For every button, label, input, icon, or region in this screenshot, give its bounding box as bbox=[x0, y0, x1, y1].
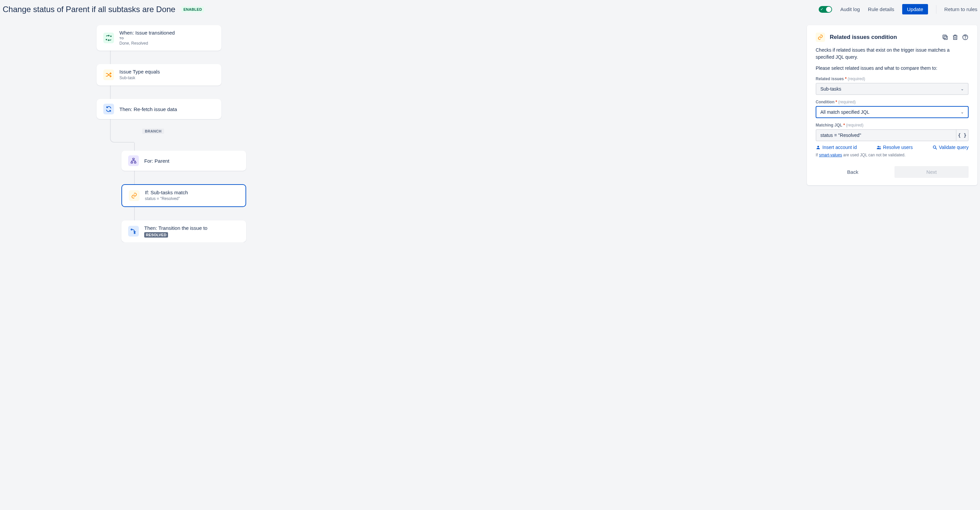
connector bbox=[110, 86, 111, 99]
back-button[interactable]: Back bbox=[816, 166, 890, 178]
transition-icon bbox=[103, 33, 114, 43]
audit-log-link[interactable]: Audit log bbox=[840, 6, 860, 12]
card-title: For: Parent bbox=[144, 158, 239, 164]
branch-connector: BRANCH bbox=[110, 119, 800, 143]
svg-point-10 bbox=[965, 38, 966, 39]
rule-card-subtasks-match[interactable]: If: Sub-tasks match status = "Resolved" bbox=[121, 184, 246, 207]
validate-query-link[interactable]: Validate query bbox=[932, 145, 969, 150]
related-issues-select[interactable]: Sub-tasks ⌄ bbox=[816, 83, 969, 95]
update-button[interactable]: Update bbox=[902, 4, 928, 14]
next-button: Next bbox=[894, 166, 969, 178]
rule-card-trigger[interactable]: When: Issue transitioned TO Done, Resolv… bbox=[97, 25, 221, 51]
shuffle-icon bbox=[103, 69, 114, 80]
connector bbox=[134, 171, 135, 184]
panel-description: Checks if related issues that exist on t… bbox=[816, 47, 969, 61]
rule-details-link[interactable]: Rule details bbox=[868, 6, 894, 12]
help-icon[interactable] bbox=[962, 34, 969, 41]
resolve-users-link[interactable]: Resolve users bbox=[877, 145, 913, 150]
status-lozenge: RESOLVED bbox=[144, 232, 168, 237]
card-title: Issue Type equals bbox=[119, 69, 215, 75]
connector bbox=[110, 51, 111, 64]
jql-input[interactable] bbox=[816, 129, 956, 141]
delete-icon[interactable] bbox=[952, 34, 959, 41]
refresh-icon bbox=[103, 104, 114, 115]
status-badge: ENABLED bbox=[181, 6, 204, 13]
link-icon bbox=[816, 33, 825, 42]
svg-point-1 bbox=[110, 36, 111, 37]
check-icon: ✓ bbox=[820, 7, 823, 11]
svg-rect-8 bbox=[943, 35, 946, 38]
connector bbox=[134, 143, 135, 151]
related-issues-label: Related issues * (required) bbox=[816, 76, 969, 81]
svg-point-12 bbox=[877, 146, 879, 147]
panel-prompt: Please select related issues and what to… bbox=[816, 65, 969, 72]
rule-enabled-toggle[interactable]: ✓ bbox=[819, 6, 832, 13]
card-sub-label: TO bbox=[119, 36, 215, 41]
card-title: Then: Transition the issue to bbox=[144, 225, 239, 231]
insert-account-id-link[interactable]: Insert account id bbox=[816, 145, 857, 150]
svg-point-11 bbox=[817, 146, 819, 147]
page-title: Change status of Parent if all subtasks … bbox=[3, 5, 175, 14]
rule-card-transition[interactable]: Then: Transition the issue to RESOLVED bbox=[121, 220, 246, 242]
svg-point-0 bbox=[106, 39, 107, 40]
rule-card-refetch[interactable]: Then: Re-fetch issue data bbox=[97, 99, 221, 119]
svg-point-14 bbox=[933, 146, 936, 148]
link-icon bbox=[129, 190, 140, 201]
card-sub-value: Sub-task bbox=[119, 75, 215, 81]
card-title: When: Issue transitioned bbox=[119, 30, 215, 35]
condition-select[interactable]: All match specified JQL ⌄ bbox=[816, 106, 969, 118]
chevron-down-icon: ⌄ bbox=[961, 86, 964, 91]
chevron-down-icon: ⌄ bbox=[961, 110, 964, 115]
transition-to-icon bbox=[128, 226, 139, 237]
svg-point-13 bbox=[880, 146, 881, 147]
card-title: If: Sub-tasks match bbox=[145, 190, 239, 195]
condition-panel: Related issues condition Checks if relat… bbox=[807, 25, 977, 185]
smart-values-note: If smart-values are used JQL can not be … bbox=[816, 153, 969, 157]
card-sub-value: status = "Resolved" bbox=[145, 196, 239, 202]
panel-title: Related issues condition bbox=[830, 34, 937, 41]
jql-braces-button[interactable]: { } bbox=[956, 129, 969, 141]
rule-card-issue-type[interactable]: Issue Type equals Sub-task bbox=[97, 64, 221, 86]
parent-icon bbox=[128, 155, 139, 166]
smart-values-link[interactable]: smart-values bbox=[819, 153, 842, 157]
branch-badge: BRANCH bbox=[142, 129, 164, 134]
matching-jql-label: Matching JQL * (required) bbox=[816, 123, 969, 128]
return-to-rules-link[interactable]: Return to rules bbox=[945, 6, 977, 12]
card-sub-value: Done, Resolved bbox=[119, 41, 215, 46]
rule-card-branch[interactable]: For: Parent bbox=[121, 151, 246, 171]
card-title: Then: Re-fetch issue data bbox=[119, 106, 215, 112]
condition-label: Condition * (required) bbox=[816, 100, 969, 104]
connector bbox=[134, 207, 135, 220]
copy-icon[interactable] bbox=[942, 34, 948, 41]
svg-rect-7 bbox=[944, 36, 947, 40]
svg-point-6 bbox=[134, 233, 135, 234]
